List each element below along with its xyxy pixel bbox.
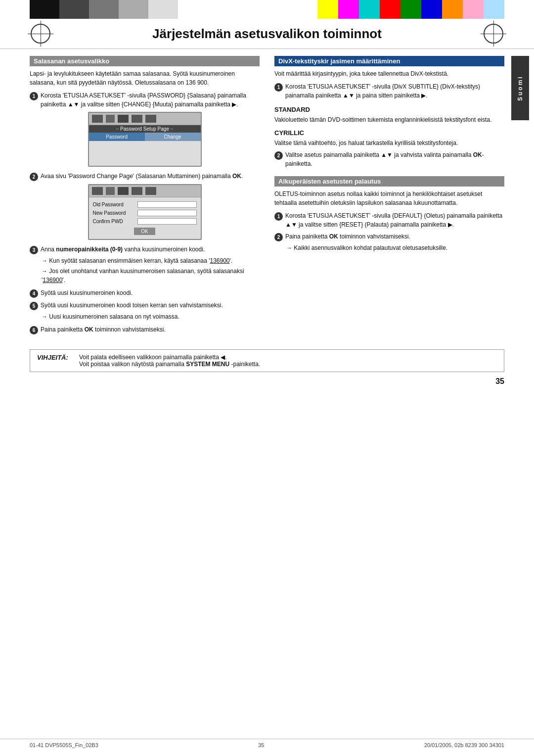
screen1-toolbar: [89, 113, 201, 125]
reset-step2-text: Paina painiketta OK toiminnon vahvistami…: [285, 232, 410, 241]
reset-step1-text: Korosta 'ETUSIJA ASETUKSET' -sivulla {DE…: [285, 211, 504, 229]
step5-password: 5 Syötä uusi kuusinumeroinen koodi toise…: [30, 301, 260, 310]
screen2-row2: New Password: [93, 210, 197, 216]
screen1-menubar: Password Change: [89, 133, 201, 141]
step3-password: 3 Anna numeropainikkeita (0-9) vanha kuu…: [30, 245, 260, 254]
screen2-ok-area: OK: [93, 228, 197, 235]
screen2-icon5: [145, 187, 156, 195]
reset-step1: 1 Korosta 'ETUSIJA ASETUKSET' -sivulla {…: [274, 211, 504, 229]
divx-intro: Voit määrittää kirjasintyypin, joka tuke…: [274, 69, 504, 78]
step5-text: Syötä uusi kuusinumeroinen koodi toisen …: [41, 301, 223, 310]
screen1-menu-change: Change: [145, 133, 201, 141]
screen2-ok-button: OK: [134, 228, 155, 235]
footer-right: 20/01/2005, 02b 8239 300 34301: [424, 742, 504, 748]
color-block-pink: [463, 0, 484, 19]
standard-title: STANDARD: [274, 106, 504, 113]
reset-step2-circle: 2: [274, 233, 283, 241]
divx-step1-circle: 1: [274, 83, 283, 92]
screen-mockup-2: Old Password New Password Confirm PWD OK: [88, 184, 202, 240]
step3-text: Anna numeropainikkeita (0-9) vanha kuusi…: [41, 245, 205, 254]
divx-step1: 1 Korosta 'ETUSIJA ASETUKSET' -sivulla {…: [274, 82, 504, 100]
screen1-body: [89, 141, 201, 166]
color-block-orange: [442, 0, 463, 19]
step2-circle: 2: [30, 173, 38, 181]
crosshair-v-left: [41, 21, 41, 47]
screen2-input1: [137, 201, 197, 208]
step1-circle: 1: [30, 92, 38, 100]
header-row: Järjestelmän asetusvalikon toiminnot: [0, 19, 534, 49]
step4-text: Syötä uusi kuusinumeroinen koodi.: [41, 288, 133, 297]
screen2-toolbar: [89, 185, 201, 197]
footer-left: 01-41 DVP5505S_Fin_02B3: [30, 742, 98, 748]
divx-step1-text: Korosta 'ETUSIJA ASETUKSET' -sivulla {Di…: [285, 82, 504, 100]
screen1-menu-password: Password: [89, 133, 145, 141]
note-label: VIHJEITÄ:: [37, 354, 74, 361]
screen2-label1: Old Password: [93, 202, 137, 207]
screen2-label2: New Password: [93, 210, 137, 216]
color-block-blue: [421, 0, 442, 19]
screen2-icon2: [106, 187, 115, 195]
screen1-titlebar: ·· Password Setup Page ··: [89, 125, 201, 133]
step1-text: Korosta 'ETUSIJA ASETUKSET' -sivulla {PA…: [41, 91, 260, 109]
section-header-password: Salasanan asetusvalikko: [30, 56, 260, 66]
right-column: Suomi DivX-tekstityskir jasimen määrittä…: [274, 56, 504, 337]
step3-sub1: → Kun syötät salasanan ensimmäisen kerra…: [42, 256, 260, 265]
step2-text: Avaa sivu 'Password Change Page' (Salasa…: [41, 172, 243, 181]
screen2-icon1: [92, 187, 103, 195]
reset-intro: OLETUS-toiminnon asetus nollaa kaikki to…: [274, 189, 504, 207]
color-block-magenta: [338, 0, 359, 19]
step6-password: 6 Paina painiketta OK toiminnon vahvista…: [30, 325, 260, 334]
step5-sub1: → Uusi kuusinumeroinen salasana on nyt v…: [42, 312, 260, 321]
step3-circle: 3: [30, 246, 38, 254]
step3-sub2: → Jos olet unohtanut vanhan kuusinumeroi…: [42, 267, 260, 284]
color-block-lighter: [148, 0, 178, 19]
step4-circle: 4: [30, 289, 38, 298]
step6-text: Paina painiketta OK toiminnon vahvistami…: [41, 325, 166, 334]
reset-step2: 2 Paina painiketta OK toiminnon vahvista…: [274, 232, 504, 241]
screen2-icon4: [132, 187, 142, 195]
section-header-divx: DivX-tekstityskir jasimen määrittäminen: [274, 56, 504, 66]
screen2-input2: [137, 210, 197, 216]
note-line1: Voit palata edelliseen valikkoon painama…: [79, 354, 260, 361]
left-column: Salasanan asetusvalikko Lapsi- ja levylu…: [30, 56, 260, 337]
crosshair-right: [483, 23, 504, 45]
page-number-display: 35: [0, 377, 534, 386]
standard-text: Vakioluettelo tämän DVD-soittimen tukemi…: [274, 115, 504, 124]
reset-step1-circle: 1: [274, 212, 283, 221]
screen2-icon3: [118, 187, 129, 195]
suomi-tab: Suomi: [511, 56, 529, 120]
screen2-body: Old Password New Password Confirm PWD OK: [89, 197, 201, 239]
screen2-label3: Confirm PWD: [93, 219, 137, 224]
cyrillic-title: CYRILLIC: [274, 129, 504, 137]
crosshair-v-right: [493, 21, 494, 47]
color-block-light: [119, 0, 148, 19]
step5-circle: 5: [30, 302, 38, 310]
password-intro: Lapsi- ja levylukitukseen käytetään sama…: [30, 69, 260, 87]
screen1-icon1: [92, 115, 103, 123]
crosshair-left: [30, 23, 51, 45]
screen1-icon3: [118, 115, 129, 123]
color-block-red: [380, 0, 400, 19]
screen2-row3: Confirm PWD: [93, 218, 197, 225]
step1-password: 1 Korosta 'ETUSIJA ASETUKSET' -sivulla {…: [30, 91, 260, 109]
step2-password: 2 Avaa sivu 'Password Change Page' (Sala…: [30, 172, 260, 181]
color-block-green: [400, 0, 421, 19]
step6-circle: 6: [30, 326, 38, 334]
divx-step2-text: Valitse asetus painamalla painiketta ▲▼ …: [285, 150, 504, 168]
footer: 01-41 DVP5505S_Fin_02B3 35 20/01/2005, 0…: [0, 739, 534, 748]
top-color-strip: [0, 0, 534, 19]
color-block-black: [30, 0, 59, 19]
note-line2: Voit poistaa valikon näytöstä painamalla…: [79, 361, 260, 368]
color-block-lightblue: [484, 0, 504, 19]
note-box: VIHJEITÄ: Voit palata edelliseen valikko…: [30, 349, 504, 372]
screen2-row1: Old Password: [93, 201, 197, 208]
page-title: Järjestelmän asetusvalikon toiminnot: [51, 26, 483, 42]
section-header-reset: Alkuperäisten asetusten palautus: [274, 176, 504, 187]
reset-step2-sub1: → Kaikki asennusvalikon kohdat palautuva…: [286, 243, 504, 252]
screen1-icon5: [145, 115, 156, 123]
page-title-text: Järjestelmän asetusvalikon toiminnot: [152, 26, 382, 41]
color-block-yellow: [317, 0, 338, 19]
screen-mockup-1: ·· Password Setup Page ·· Password Chang…: [88, 112, 202, 167]
cyrillic-text: Valitse tämä vaihtoehto, jos haluat tark…: [274, 139, 504, 147]
color-block-cyan: [359, 0, 380, 19]
